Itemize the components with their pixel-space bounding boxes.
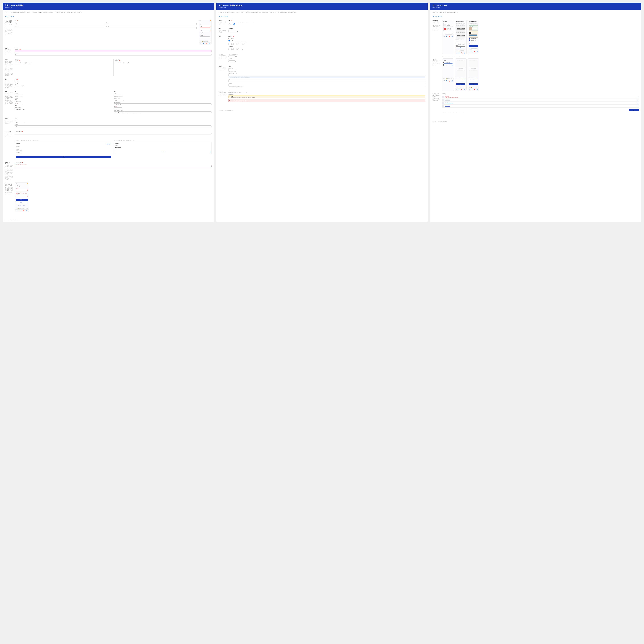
tel-input[interactable] bbox=[15, 125, 211, 127]
sex-female[interactable] bbox=[15, 81, 16, 82]
delete-link[interactable]: 削除する bbox=[637, 97, 639, 97]
section-heading: メールアドレス bbox=[5, 131, 13, 132]
camera-btn[interactable]: カメラで撮を開始する bbox=[457, 28, 465, 29]
year-select[interactable] bbox=[15, 62, 20, 64]
pref-select[interactable]: 選択 bbox=[114, 99, 124, 101]
svg-rect-1 bbox=[5, 16, 6, 16]
edit-button[interactable]: 編集する bbox=[106, 143, 111, 145]
addr2-input[interactable] bbox=[114, 103, 211, 105]
zip2-input[interactable] bbox=[114, 94, 122, 96]
svg-rect-2 bbox=[6, 16, 6, 16]
page-title: 入力フォーム 期間・種類など bbox=[219, 4, 425, 7]
month-input[interactable] bbox=[120, 62, 123, 64]
svg-rect-5 bbox=[219, 16, 219, 16]
biz-zip[interactable] bbox=[228, 69, 236, 71]
confirm-btn2[interactable]: 確認 bbox=[469, 45, 478, 47]
wage-input[interactable] bbox=[228, 60, 235, 62]
email-input[interactable] bbox=[15, 133, 211, 134]
sei-kana-input[interactable] bbox=[15, 27, 105, 29]
login-button[interactable]: ログイン bbox=[16, 199, 28, 201]
forgot-link[interactable]: パスワードをお忘れの方 bbox=[18, 205, 25, 206]
biz-chk[interactable] bbox=[228, 74, 425, 76]
alert-error: 注意事項申請日に対して入所日が無効日付の扱いみなさす場合について注意記載 bbox=[228, 99, 425, 102]
period-set[interactable] bbox=[228, 40, 230, 41]
page-basic-info: 入力フォーム基本情報 2022年3月15日 作成 オンラインフォームで一般的な基… bbox=[3, 3, 214, 222]
sex-other[interactable] bbox=[15, 85, 16, 87]
login-pw[interactable] bbox=[16, 195, 28, 197]
svg-rect-0 bbox=[5, 16, 6, 17]
period-none[interactable] bbox=[228, 38, 230, 39]
nav-back-icon[interactable]: ◁ bbox=[200, 43, 201, 44]
bldg-input[interactable] bbox=[15, 109, 112, 110]
desc-text: 運転免許証などファーストネームとラストネームの区別が付かない場合はこちらを使いま… bbox=[5, 49, 13, 55]
month-select[interactable] bbox=[22, 62, 26, 64]
page-date: 2022年3月15日 作成 bbox=[5, 7, 211, 8]
submit-final[interactable]: 提出 bbox=[629, 109, 639, 111]
section-heading: 生年月日 bbox=[5, 59, 13, 60]
conf-yes[interactable] bbox=[233, 23, 235, 25]
day-select[interactable] bbox=[27, 62, 31, 64]
hours-input[interactable] bbox=[228, 56, 235, 57]
firstname-input[interactable] bbox=[15, 50, 211, 52]
attach-item[interactable]: パスポート在留カードなど 対象外› bbox=[443, 27, 453, 31]
mei-kana-input[interactable] bbox=[106, 27, 197, 29]
conf-no[interactable] bbox=[228, 23, 230, 25]
section-heading: 電話番号 bbox=[5, 118, 13, 119]
alert-warning: 対象確認申請日に対して入所日が確認できないが確認日までみなさす場合について注意記… bbox=[228, 95, 425, 98]
year-input[interactable] bbox=[115, 62, 118, 64]
section-heading: メールアドレスエラーテキスト bbox=[5, 162, 13, 164]
submit-btn[interactable]: 提出 bbox=[456, 83, 465, 85]
svg-rect-3 bbox=[5, 16, 6, 17]
email-err-input[interactable] bbox=[15, 165, 211, 167]
zip-input[interactable] bbox=[15, 94, 22, 96]
sei-input[interactable] bbox=[15, 23, 105, 25]
desc-text: 名前 bbox=[5, 27, 13, 28]
phone-seik[interactable] bbox=[200, 36, 210, 38]
svg-rect-9 bbox=[433, 16, 433, 16]
attach-item[interactable]: マイナンバーカード 表面と裏面› bbox=[443, 23, 453, 27]
section-label: テンプレート bbox=[3, 15, 214, 18]
submit-button[interactable]: 申請する bbox=[16, 156, 111, 158]
country-select[interactable]: 日本 bbox=[15, 121, 25, 123]
day-input[interactable] bbox=[125, 62, 128, 64]
file-select-btn[interactable]: ファイルを選択する bbox=[443, 62, 453, 63]
nav-tabs-icon[interactable]: ▤ bbox=[209, 43, 210, 44]
sex-male[interactable] bbox=[15, 83, 16, 85]
biz-type-select[interactable] bbox=[228, 30, 239, 32]
template-icon bbox=[433, 16, 434, 17]
desc-text: エラフォームは姓と名、それぞれに要求します。 bbox=[5, 29, 13, 32]
section-heading: 名前その他 bbox=[5, 48, 13, 49]
page-title: 入力フォーム基本情報 bbox=[5, 4, 211, 7]
mei-input[interactable] bbox=[106, 23, 197, 25]
login-id[interactable] bbox=[16, 189, 28, 191]
footer: デジタルデザインシステム1.0版 2022年3月15日版 bbox=[3, 218, 214, 222]
absence-reason[interactable] bbox=[228, 84, 425, 86]
section-heading: 住所 bbox=[5, 91, 13, 92]
phone-mockup: 9:41📶 名前 姓 ● 名 ● 名前カナ： スズキタロウ 姓（カナ） ● ⟨⟩… bbox=[199, 20, 211, 45]
camera-start-btn[interactable]: カメラを開始 bbox=[443, 64, 453, 66]
svg-rect-7 bbox=[219, 16, 220, 17]
intro-text: オンラインフォームで一般的な基本情報を取得するためのフォーム コントロールの使用… bbox=[3, 10, 214, 15]
nav-bookmark-icon[interactable]: 🔖 bbox=[206, 43, 207, 44]
biz-name[interactable] bbox=[228, 80, 425, 82]
banchi-input[interactable] bbox=[114, 107, 122, 109]
camera-btn[interactable]: カメラで撮を開始する bbox=[457, 35, 465, 36]
file-row: 健康保険証.png削除する bbox=[442, 99, 639, 102]
template-icon bbox=[5, 16, 6, 17]
nav-home-icon[interactable]: ⬆ bbox=[203, 43, 204, 44]
register-button[interactable]: 新規登録 bbox=[16, 202, 28, 204]
lastname-input[interactable] bbox=[15, 54, 211, 56]
section-heading: ログイン画面で存在エラーテキスト bbox=[5, 184, 13, 187]
svg-rect-8 bbox=[433, 16, 434, 17]
phone-sei[interactable] bbox=[200, 26, 210, 27]
addr-input[interactable] bbox=[15, 105, 22, 106]
svg-rect-6 bbox=[220, 16, 220, 16]
desc-text: エラフォームはエラフォームの横幅に関係します。 bbox=[5, 32, 13, 36]
bldg2-input[interactable] bbox=[114, 111, 211, 113]
phone-mei[interactable] bbox=[200, 30, 210, 31]
section-heading: デザインシステムで定義しているテキスト入力コンポーネントの使用例です bbox=[5, 20, 13, 26]
top-button[interactable]: トップへ戻る bbox=[115, 151, 210, 153]
confirm-btn[interactable]: 確認 bbox=[456, 46, 465, 48]
section-heading: 性別 bbox=[5, 79, 13, 80]
file-row: 運転免許証これではファイルサイズpg超過のため合計サイズ削除する bbox=[442, 95, 639, 99]
